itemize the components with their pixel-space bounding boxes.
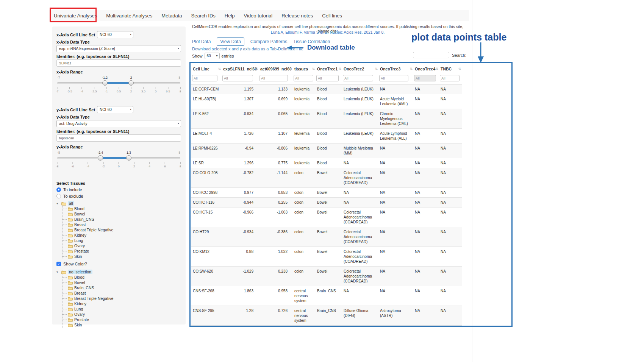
tree-item-blood[interactable]: Blood [63,206,181,211]
column-filter-tnbc[interactable] [440,75,460,81]
sort-icon[interactable]: ⇅ [289,67,292,71]
table-row[interactable]: CO:KM12-0.88-1.032colonBowelColorectal A… [191,247,462,267]
table-row[interactable]: CO:HCT-116-0.9440.255colonBowelNANANANA [191,198,462,208]
nav-item-cell-lines[interactable]: Cell lines [322,13,342,19]
sort-icon[interactable]: ⇅ [375,67,378,71]
nav-item-univariate-analyses[interactable]: Univariate Analyses [54,13,97,19]
nav-item-metadata[interactable]: Metadata [161,13,182,19]
tree-item-prostate[interactable]: Prostate [63,248,181,254]
sort-icon[interactable]: ⇅ [410,67,413,71]
download-tab-delimited-link[interactable]: Download selected x and y axis data as a… [192,47,303,51]
column-filter-oncotree3[interactable] [379,75,408,81]
radio-exclude-label: To exclude [63,194,83,198]
tree-item-ovary[interactable]: Ovary [63,243,181,248]
table-row[interactable]: CNS:SF-2681.8630.958central nervous syst… [191,286,462,306]
column-filter-oncotree2[interactable] [343,75,373,81]
tree-item-breast[interactable]: Breast [63,222,181,227]
table-row[interactable]: CO:HCC-2998-0.977-0.853colonBowelNANANAN… [191,188,462,198]
slider-handle-high[interactable] [126,155,131,161]
y-cell-line-set-select[interactable]: NCI-60 ▾ [97,106,133,113]
tab-view-data[interactable]: View Data [217,37,244,46]
table-row[interactable]: CO:HCT-15-0.966-1.003colonBowelColorecta… [191,208,462,227]
tree-item-ovary[interactable]: Ovary [63,312,181,317]
tree-item-breast-triple-negative[interactable]: Breast Triple Negative [63,227,181,232]
sort-icon[interactable]: ⇅ [312,67,315,71]
column-header-tissues[interactable]: tissues⇅ [293,64,316,74]
sort-icon[interactable]: ⇅ [338,67,341,71]
column-filter-oncotree1[interactable] [316,75,339,81]
tree-item-blood[interactable]: Blood [63,275,181,280]
tree-item-brain-cns[interactable]: Brain_CNS [63,285,181,290]
citation-reference-link[interactable]: Luna A, Elloumi F, Varma S et al. Nuclei… [189,30,466,34]
table-row[interactable]: LE:RPMI-8226-0.94-0.806leukemiaBloodMult… [191,144,462,158]
nav-item-video-tutorial[interactable]: Video tutorial [244,13,273,19]
tree-item-skin[interactable]: Skin [63,254,181,259]
tab-tissue-correlation[interactable]: Tissue Correlation [293,38,330,45]
show-color-checkbox[interactable]: ✓ Show Color? [56,262,181,266]
tree-item-prostate[interactable]: Prostate [63,317,181,322]
column-header-oncotree1[interactable]: OncoTree1⇅ [316,64,342,74]
tree-item-kidney[interactable]: Kidney [63,301,181,306]
column-header-oncotree3[interactable]: OncoTree3⇅ [378,64,413,74]
tree-item-kidney[interactable]: Kidney [63,232,181,238]
x-data-type-select[interactable]: exp: mRNA Expression (Z-Score) ▾ [56,45,181,52]
tree-item-lung[interactable]: Lung [63,306,181,312]
folder-icon [68,323,73,327]
table-row[interactable]: LE:MOLT-41.7261.107leukemiaBloodLeukemia… [191,129,462,144]
nav-item-multivariate-analyses[interactable]: Multivariate Analyses [106,13,152,19]
y-cell-line-set-value: NCI-60 [100,108,112,112]
column-header-tnbc[interactable]: TNBC⇅ [439,64,462,74]
column-filter-cell-line[interactable] [192,75,217,81]
table-row[interactable]: CO:HT29-0.934-0.386colonBowelColorectal … [191,227,462,247]
radio-to-include[interactable]: To include [56,186,181,193]
slider-tick: -7 [56,87,58,93]
nav-item-release-notes[interactable]: Release notes [281,13,313,19]
tree-item-bowel[interactable]: Bowel [63,211,181,217]
table-row[interactable]: LE:HL-60(TB)1.3070.699leukemiaBloodLeuke… [191,94,462,109]
x-cell-line-set-select[interactable]: NCI-60 ▾ [97,31,133,38]
slider-handle-low[interactable] [98,155,103,161]
tab-compare-patterns[interactable]: Compare Patterns [250,38,287,45]
y-data-type-select[interactable]: act: Drug Activity ▾ [56,120,181,127]
column-header-oncotree2[interactable]: OncoTree2⇅ [342,64,378,74]
tree-item-lung[interactable]: Lung [63,238,181,243]
sort-icon[interactable]: ⇅ [255,67,258,71]
tree-item-brain-cns[interactable]: Brain_CNS [63,217,181,222]
column-header-act609699-nci60[interactable]: act609699_nci60⇅ [259,64,293,74]
column-header-oncotree4[interactable]: OncoTree4⇅ [413,64,439,74]
tree-root-exclude[interactable]: ▾no_selection [56,269,181,275]
column-filter-expslfn11-nci60[interactable] [222,75,253,81]
tab-plot-data[interactable]: Plot Data [192,38,211,45]
slider-tick: -1 [105,87,108,93]
slider-handle-high[interactable] [128,80,134,86]
nav-item-search-ids[interactable]: Search IDs [191,13,216,19]
table-row[interactable]: CO:SW-620-1.0290.238colonBowelColorectal… [191,267,462,286]
entries-length-select[interactable]: 60 ▾ [205,53,220,59]
x-identifier-input[interactable] [56,59,181,67]
tree-item-skin[interactable]: Skin [63,322,181,328]
column-header-expslfn11-nci60[interactable]: expSLFN11_nci60⇅ [222,64,259,74]
search-input[interactable] [413,52,449,58]
table-row[interactable]: LE:SR1.2960.775leukemiaBloodNANANANA [191,158,462,168]
folder-icon [68,318,73,322]
column-header-cell-line[interactable]: Cell Line⇅ [191,64,222,74]
slider-handle-low[interactable] [102,80,108,86]
table-row[interactable]: LE:K-562-0.9340.065leukemiaBloodLeukemia… [191,109,462,129]
column-filter-act609699-nci60[interactable] [259,75,288,81]
column-filter-oncotree4[interactable] [414,75,436,81]
radio-to-exclude[interactable]: To exclude [56,193,181,199]
sort-icon[interactable]: ⇅ [435,67,438,71]
folder-icon [68,275,73,279]
sort-icon[interactable]: ⇅ [218,67,221,71]
tree-item-breast-triple-negative[interactable]: Breast Triple Negative [63,296,181,301]
table-row[interactable]: CO:COLO 205-0.782-1.144colonBowelColorec… [191,168,462,188]
tree-root-include[interactable]: ▾all [56,201,181,206]
table-row[interactable]: LE:CCRF-CEM1.1951.133leukemiaBloodLeukem… [191,84,462,94]
tree-item-bowel[interactable]: Bowel [63,280,181,285]
table-row[interactable]: CNS:SF-2951.280.726central nervous syste… [191,306,462,326]
nav-item-help[interactable]: Help [225,13,235,19]
y-identifier-input[interactable] [56,134,181,142]
sort-icon[interactable]: ⇅ [458,67,461,71]
tree-item-breast[interactable]: Breast [63,290,181,296]
column-filter-tissues[interactable] [294,75,313,81]
